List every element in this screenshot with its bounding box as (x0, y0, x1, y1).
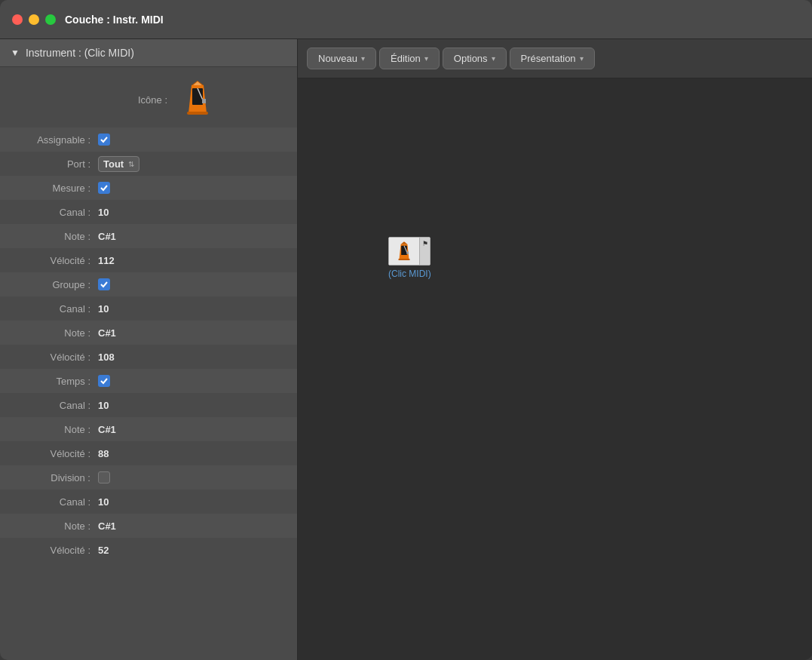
presentation-label: Présentation (521, 53, 576, 64)
velocite4-value: 52 (98, 545, 109, 556)
note2-value: C#1 (98, 327, 116, 339)
thumbnail-flag: ⚑ (419, 238, 430, 265)
icone-label: Icône : (138, 94, 175, 106)
canal1-label: Canal : (0, 207, 98, 218)
prop-row-icon: Icône : (0, 72, 297, 127)
main-window: Couche : Instr. MIDI ▼ Instrument : (Cli… (0, 0, 812, 660)
canal3-value: 10 (98, 400, 109, 411)
prop-row-canal2: Canal : 10 (0, 296, 297, 321)
velocite1-value: 112 (98, 255, 115, 266)
canal4-value: 10 (98, 496, 109, 508)
velocite4-label: Vélocité : (0, 545, 98, 556)
port-chevron-icon: ⇅ (128, 160, 134, 168)
svg-rect-12 (399, 259, 410, 260)
canvas-area[interactable]: ⚑ (Clic MIDI) (298, 78, 812, 660)
window-title: Couche : Instr. MIDI (65, 14, 164, 26)
collapse-icon[interactable]: ▼ (11, 48, 20, 58)
main-content: ▼ Instrument : (Clic MIDI) Icône : (0, 39, 812, 660)
note4-label: Note : (0, 520, 98, 532)
metronome-icon (182, 79, 213, 120)
edition-label: Édition (391, 53, 421, 64)
svg-marker-8 (401, 241, 408, 244)
instrument-item[interactable]: ⚑ (Clic MIDI) (388, 237, 431, 279)
thumbnail-metronome (389, 238, 419, 265)
options-button[interactable]: Options ▾ (443, 48, 507, 69)
groupe-label: Groupe : (0, 279, 98, 290)
close-button[interactable] (12, 14, 23, 25)
presentation-chevron-icon: ▾ (580, 54, 584, 63)
maximize-button[interactable] (45, 14, 56, 25)
prop-row-note1: Note : C#1 (0, 224, 297, 248)
prop-row-canal3: Canal : 10 (0, 393, 297, 417)
instrument-thumbnail: ⚑ (388, 237, 431, 266)
temps-checkbox[interactable] (98, 375, 110, 387)
instrument-title: Instrument : (Clic MIDI) (26, 47, 134, 59)
svg-rect-11 (407, 252, 409, 254)
right-panel: Nouveau ▾ Édition ▾ Options ▾ Présentati… (298, 39, 812, 660)
properties-list: Icône : (0, 67, 297, 566)
nouveau-button[interactable]: Nouveau ▾ (307, 48, 376, 69)
prop-row-velocite3: Vélocité : 88 (0, 441, 297, 465)
canal1-value: 10 (98, 207, 109, 218)
note2-label: Note : (0, 327, 98, 339)
note4-value: C#1 (98, 520, 116, 532)
nouveau-chevron-icon: ▾ (361, 54, 365, 63)
velocite2-value: 108 (98, 351, 115, 363)
note3-value: C#1 (98, 424, 116, 435)
options-chevron-icon: ▾ (492, 54, 495, 63)
edition-button[interactable]: Édition ▾ (379, 48, 440, 69)
prop-row-velocite2: Vélocité : 108 (0, 345, 297, 369)
instrument-name: (Clic MIDI) (388, 269, 431, 279)
canal4-label: Canal : (0, 496, 98, 508)
prop-row-groupe: Groupe : (0, 272, 297, 296)
prop-row-canal4: Canal : 10 (0, 490, 297, 514)
prop-row-mesure: Mesure : (0, 176, 297, 200)
prop-row-note2: Note : C#1 (0, 321, 297, 345)
note3-label: Note : (0, 424, 98, 435)
port-select[interactable]: Tout ⇅ (98, 156, 139, 172)
minimize-button[interactable] (29, 14, 39, 25)
canal3-label: Canal : (0, 400, 98, 411)
groupe-checkbox[interactable] (98, 278, 110, 290)
division-checkbox[interactable] (98, 471, 110, 483)
toolbar: Nouveau ▾ Édition ▾ Options ▾ Présentati… (298, 39, 812, 78)
velocite1-label: Vélocité : (0, 255, 98, 266)
temps-label: Temps : (0, 376, 98, 387)
svg-rect-5 (202, 99, 206, 103)
prop-row-note3: Note : C#1 (0, 417, 297, 441)
nouveau-label: Nouveau (318, 53, 357, 64)
prop-row-velocite1: Vélocité : 112 (0, 248, 297, 272)
assignable-label: Assignable : (0, 134, 98, 146)
flag-icon: ⚑ (422, 240, 428, 247)
prop-row-division: Division : (0, 465, 297, 490)
mesure-label: Mesure : (0, 183, 98, 194)
mesure-checkbox[interactable] (98, 182, 110, 194)
instrument-header: ▼ Instrument : (Clic MIDI) (0, 39, 297, 67)
title-prefix: Couche : (65, 14, 113, 26)
velocite2-label: Vélocité : (0, 351, 98, 363)
left-panel: ▼ Instrument : (Clic MIDI) Icône : (0, 39, 298, 660)
traffic-lights (12, 14, 56, 25)
canal2-label: Canal : (0, 303, 98, 315)
division-label: Division : (0, 472, 98, 483)
prop-row-velocite4: Vélocité : 52 (0, 538, 297, 562)
prop-row-temps: Temps : (0, 369, 297, 393)
assignable-checkbox[interactable] (98, 134, 110, 146)
titlebar: Couche : Instr. MIDI (0, 0, 812, 39)
prop-row-note4: Note : C#1 (0, 514, 297, 538)
port-label: Port : (0, 158, 98, 170)
velocite3-value: 88 (98, 448, 109, 459)
prop-row-port: Port : Tout ⇅ (0, 152, 297, 176)
port-value: Tout (103, 158, 124, 170)
prop-row-canal1: Canal : 10 (0, 200, 297, 224)
presentation-button[interactable]: Présentation ▾ (510, 48, 595, 69)
note1-value: C#1 (98, 231, 116, 242)
note1-label: Note : (0, 231, 98, 242)
title-value: Instr. MIDI (113, 14, 164, 26)
prop-row-assignable: Assignable : (0, 127, 297, 152)
canal2-value: 10 (98, 303, 109, 315)
svg-rect-6 (187, 112, 208, 115)
velocite3-label: Vélocité : (0, 448, 98, 459)
options-label: Options (454, 53, 488, 64)
edition-chevron-icon: ▾ (424, 54, 428, 63)
